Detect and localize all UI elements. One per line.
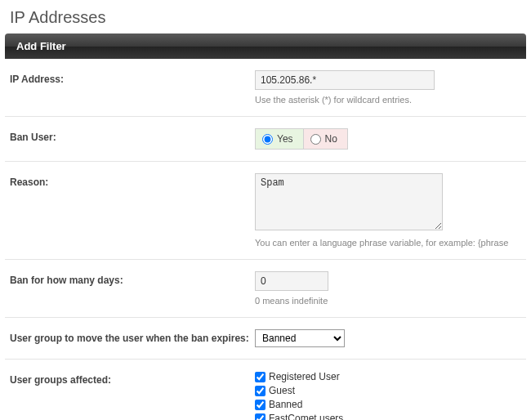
ban-user-yes-radio[interactable] <box>262 134 273 145</box>
ip-address-hint: Use the asterisk (*) for wildcard entrie… <box>255 95 521 105</box>
row-expire-group: User group to move the user when the ban… <box>5 318 526 360</box>
ban-user-no-label: No <box>325 133 337 145</box>
label-groups-affected: User groups affected: <box>10 371 255 386</box>
row-groups-affected: User groups affected: Registered User Gu… <box>5 360 526 420</box>
label-ban-days: Ban for how many days: <box>10 271 255 286</box>
row-ip-address: IP Address: Use the asterisk (*) for wil… <box>5 59 526 117</box>
group-checkbox-label: Registered User <box>269 371 340 382</box>
group-checkbox-input[interactable] <box>255 386 266 396</box>
label-expire-group: User group to move the user when the ban… <box>10 329 255 344</box>
ban-days-hint: 0 means indefinite <box>255 296 521 306</box>
group-checkbox-guest[interactable]: Guest <box>255 385 521 396</box>
label-ban-user: Ban User: <box>10 128 255 143</box>
ban-user-yes-option[interactable]: Yes <box>256 129 304 149</box>
section-header-add-filter: Add Filter <box>5 34 526 59</box>
group-checkbox-label: FastComet users <box>269 413 343 420</box>
group-checkbox-registered-user[interactable]: Registered User <box>255 371 521 382</box>
page-title: IP Addresses <box>0 0 531 34</box>
group-checkbox-banned[interactable]: Banned <box>255 399 521 410</box>
groups-affected-list: Registered User Guest Banned FastComet u… <box>255 371 521 420</box>
group-checkbox-input[interactable] <box>255 372 266 382</box>
reason-textarea[interactable] <box>255 173 443 230</box>
ban-user-yes-label: Yes <box>277 133 293 145</box>
add-filter-form: IP Address: Use the asterisk (*) for wil… <box>0 59 531 420</box>
ip-address-input[interactable] <box>255 70 435 90</box>
ban-user-no-radio[interactable] <box>310 134 321 145</box>
row-reason: Reason: You can enter a language phrase … <box>5 162 526 260</box>
group-checkbox-fastcomet-users[interactable]: FastComet users <box>255 413 521 420</box>
group-checkbox-input[interactable] <box>255 413 266 421</box>
label-reason: Reason: <box>10 173 255 188</box>
reason-hint: You can enter a language phrase variable… <box>255 238 521 248</box>
row-ban-days: Ban for how many days: 0 means indefinit… <box>5 260 526 318</box>
ban-days-input[interactable] <box>255 271 328 291</box>
label-ip-address: IP Address: <box>10 70 255 85</box>
group-checkbox-label: Guest <box>269 385 295 396</box>
ban-user-no-option[interactable]: No <box>304 129 347 149</box>
expire-group-select[interactable]: Banned <box>255 329 345 347</box>
group-checkbox-label: Banned <box>269 399 302 410</box>
row-ban-user: Ban User: Yes No <box>5 117 526 162</box>
group-checkbox-input[interactable] <box>255 400 266 410</box>
